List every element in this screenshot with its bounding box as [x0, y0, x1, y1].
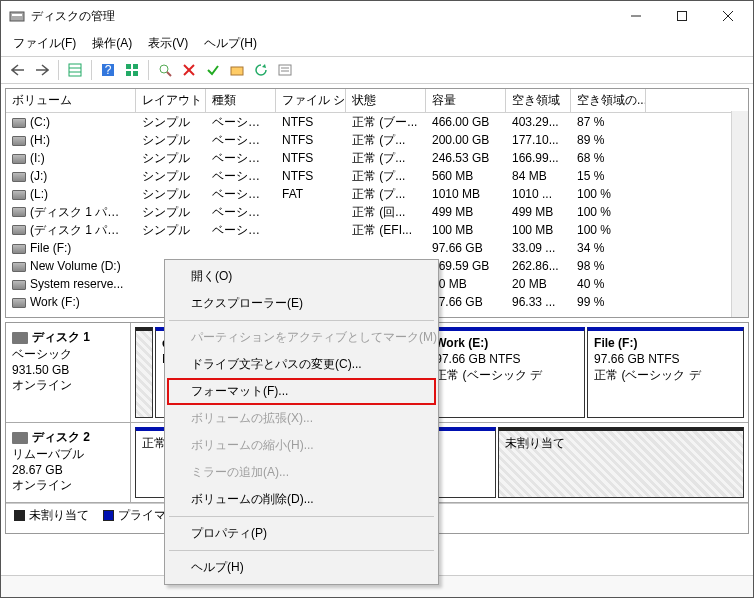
tiles-icon[interactable] — [121, 59, 143, 81]
partition-unallocated[interactable]: 未割り当て — [498, 427, 744, 498]
ctx-shrink: ボリュームの縮小(H)... — [167, 432, 436, 459]
search-icon[interactable] — [154, 59, 176, 81]
list-icon[interactable] — [274, 59, 296, 81]
help-icon[interactable]: ? — [97, 59, 119, 81]
svg-point-15 — [160, 65, 168, 73]
ctx-mirror: ミラーの追加(A)... — [167, 459, 436, 486]
col-freepct[interactable]: 空き領域の... — [571, 89, 646, 112]
svg-rect-3 — [678, 12, 687, 21]
ctx-mark-active: パーティションをアクティブとしてマーク(M) — [167, 324, 436, 351]
ctx-explorer[interactable]: エクスプローラー(E) — [167, 290, 436, 317]
ctx-change-letter[interactable]: ドライブ文字とパスの変更(C)... — [167, 351, 436, 378]
ctx-format[interactable]: フォーマット(F)... — [167, 378, 436, 405]
back-button[interactable] — [7, 59, 29, 81]
svg-rect-6 — [69, 64, 81, 76]
col-fs[interactable]: ファイル シ... — [276, 89, 346, 112]
list-header: ボリューム レイアウト 種類 ファイル シ... 状態 容量 空き領域 空き領域… — [6, 89, 748, 113]
svg-rect-19 — [231, 67, 243, 75]
svg-rect-20 — [279, 65, 291, 75]
col-free[interactable]: 空き領域 — [506, 89, 571, 112]
table-row[interactable]: (C:) シンプルベーシック NTFS正常 (ブー... 466.00 GB40… — [6, 113, 748, 131]
menu-help[interactable]: ヘルプ(H) — [198, 33, 263, 54]
col-status[interactable]: 状態 — [346, 89, 426, 112]
menu-file[interactable]: ファイル(F) — [7, 33, 82, 54]
disk-size: 28.67 GB — [12, 463, 124, 477]
table-row[interactable]: (J:) シンプルベーシック NTFS正常 (プ... 560 MB84 MB1… — [6, 167, 748, 185]
ctx-delete[interactable]: ボリュームの削除(D)... — [167, 486, 436, 513]
table-row[interactable]: (L:) シンプルベーシック FAT正常 (プ... 1010 MB1010 .… — [6, 185, 748, 203]
context-menu: 開く(O) エクスプローラー(E) パーティションをアクティブとしてマーク(M)… — [164, 259, 439, 585]
ctx-properties[interactable]: プロパティ(P) — [167, 520, 436, 547]
svg-rect-1 — [12, 14, 22, 16]
disk-size: 931.50 GB — [12, 363, 124, 377]
partition[interactable]: File (F:)97.66 GB NTFS正常 (ベーシック デ — [587, 327, 744, 418]
disk-title: ディスク 1 — [32, 330, 90, 344]
legend-unalloc-swatch — [14, 510, 25, 521]
svg-rect-13 — [126, 71, 131, 76]
svg-text:?: ? — [105, 63, 112, 77]
ctx-help[interactable]: ヘルプ(H) — [167, 554, 436, 581]
menu-bar: ファイル(F) 操作(A) 表示(V) ヘルプ(H) — [1, 31, 753, 56]
table-row[interactable]: (H:) シンプルベーシック NTFS正常 (プ... 200.00 GB177… — [6, 131, 748, 149]
refresh-icon[interactable] — [250, 59, 272, 81]
scrollbar[interactable] — [731, 111, 748, 317]
svg-rect-0 — [10, 12, 24, 21]
col-capacity[interactable]: 容量 — [426, 89, 506, 112]
svg-rect-11 — [126, 64, 131, 69]
disk-type: リムーバブル — [12, 446, 124, 463]
table-row[interactable]: File (F:) 97.66 GB33.09 ...34 % — [6, 239, 748, 257]
ctx-extend: ボリュームの拡張(X)... — [167, 405, 436, 432]
table-row[interactable]: (ディスク 1 パーテ... シンプルベーシック 正常 (EFI... 100 … — [6, 221, 748, 239]
toolbar: ? — [1, 56, 753, 84]
disk-title: ディスク 2 — [32, 430, 90, 444]
menu-action[interactable]: 操作(A) — [86, 33, 138, 54]
disk-icon — [12, 432, 28, 444]
disk-state: オンライン — [12, 377, 124, 394]
delete-icon[interactable] — [178, 59, 200, 81]
svg-rect-14 — [133, 71, 138, 76]
disk-info[interactable]: ディスク 2 リムーバブル 28.67 GB オンライン — [6, 423, 131, 502]
forward-button[interactable] — [31, 59, 53, 81]
table-view-icon[interactable] — [64, 59, 86, 81]
menu-view[interactable]: 表示(V) — [142, 33, 194, 54]
check-icon[interactable] — [202, 59, 224, 81]
maximize-button[interactable] — [659, 1, 705, 31]
disk-info[interactable]: ディスク 1 ベーシック 931.50 GB オンライン — [6, 323, 131, 422]
disk-icon — [12, 332, 28, 344]
folder-icon[interactable] — [226, 59, 248, 81]
minimize-button[interactable] — [613, 1, 659, 31]
partition-gap[interactable] — [135, 327, 153, 418]
col-volume[interactable]: ボリューム — [6, 89, 136, 112]
table-row[interactable]: (ディスク 1 パーテ... シンプルベーシック 正常 (回... 499 MB… — [6, 203, 748, 221]
title-bar: ディスクの管理 — [1, 1, 753, 31]
col-type[interactable]: 種類 — [206, 89, 276, 112]
disk-type: ベーシック — [12, 346, 124, 363]
ctx-open[interactable]: 開く(O) — [167, 263, 436, 290]
svg-line-16 — [167, 72, 171, 76]
partition[interactable]: Work (E:)97.66 GB NTFS正常 (ベーシック デ — [428, 327, 585, 418]
svg-rect-12 — [133, 64, 138, 69]
legend-unalloc: 未割り当て — [29, 508, 89, 522]
table-row[interactable]: (I:) シンプルベーシック NTFS正常 (プ... 246.53 GB166… — [6, 149, 748, 167]
window-title: ディスクの管理 — [31, 8, 613, 25]
disk-state: オンライン — [12, 477, 124, 494]
col-layout[interactable]: レイアウト — [136, 89, 206, 112]
close-button[interactable] — [705, 1, 751, 31]
app-icon — [9, 8, 25, 24]
legend-primary-swatch — [103, 510, 114, 521]
